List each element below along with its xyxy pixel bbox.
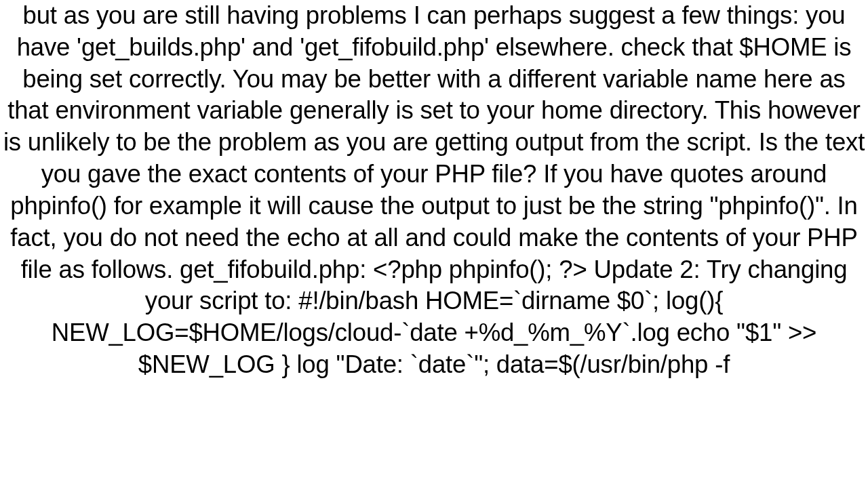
document-body: but as you are still having problems I c… [0,0,868,381]
